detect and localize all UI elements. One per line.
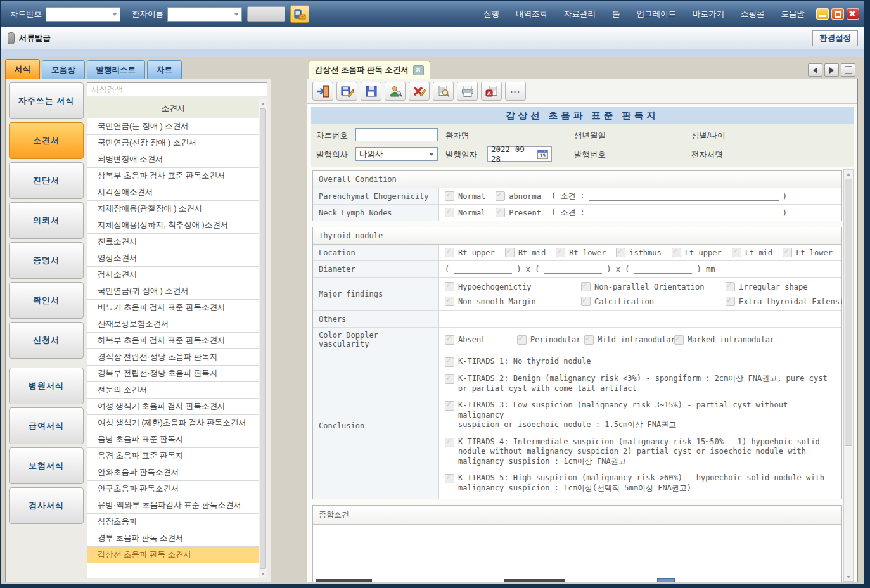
form-list-item[interactable]: 영상소견서 bbox=[87, 250, 259, 267]
category-button-3[interactable]: 의뢰서 bbox=[9, 202, 84, 239]
document-tab[interactable]: 갑상선 초음파 판독 소견서 bbox=[309, 61, 430, 79]
save-note-button[interactable] bbox=[336, 82, 357, 101]
user-search-button[interactable] bbox=[385, 82, 406, 101]
conclusion-option[interactable]: K-TIRADS 1: No thyroid nodule bbox=[445, 357, 836, 367]
tab-scroll-left-button[interactable] bbox=[808, 63, 822, 77]
settings-button[interactable]: 환경설정 bbox=[812, 30, 858, 46]
checkbox-option[interactable]: isthmus bbox=[616, 248, 662, 257]
blank-line[interactable] bbox=[589, 208, 779, 217]
category-button-8[interactable]: 급여서식 bbox=[9, 407, 84, 444]
issue-date-field[interactable]: 2022-09-28 15 bbox=[487, 146, 552, 162]
category-button-6[interactable]: 신청서 bbox=[9, 322, 84, 359]
category-button-9[interactable]: 보험서식 bbox=[9, 447, 84, 484]
tab-scroll-right-button[interactable] bbox=[824, 63, 839, 77]
left-tab-0[interactable]: 서식 bbox=[5, 59, 40, 79]
top-menu-item[interactable]: 내역조회 bbox=[516, 9, 547, 20]
scrollbar-thumb[interactable] bbox=[845, 179, 852, 446]
category-button-10[interactable]: 검사서식 bbox=[9, 487, 84, 524]
form-list-scrollbar[interactable] bbox=[259, 99, 267, 578]
top-menu-item[interactable]: 실행 bbox=[483, 9, 499, 20]
checkbox-option[interactable]: Rt lower bbox=[556, 248, 606, 257]
form-list-item[interactable]: 경부 초음파 판독 소견서 bbox=[87, 530, 259, 547]
scroll-down-icon[interactable] bbox=[844, 573, 853, 581]
form-list-item[interactable]: 지체장애용(관절장애 ) 소견서 bbox=[87, 201, 259, 217]
checkbox-option[interactable]: Present bbox=[496, 208, 541, 217]
print-button[interactable] bbox=[457, 82, 478, 101]
form-list-item[interactable]: 전문의 소견서 bbox=[87, 382, 259, 399]
conclusion-option[interactable]: K-TIRADS 2: Benign (malignancy risk <3%)… bbox=[445, 374, 836, 393]
top-menu-item[interactable]: 도움말 bbox=[781, 9, 805, 20]
form-list-item[interactable]: 시각장애소견서 bbox=[87, 184, 259, 201]
checkbox-option[interactable]: Mild intranodular bbox=[584, 335, 674, 345]
form-list-item[interactable]: 음경 초음파 표준 판독지 bbox=[87, 448, 259, 464]
form-scrollbar[interactable] bbox=[843, 169, 854, 582]
close-icon[interactable] bbox=[847, 8, 859, 20]
chart-no-combobox[interactable] bbox=[46, 7, 120, 22]
more-button[interactable]: ··· bbox=[505, 82, 526, 101]
form-list-item[interactable]: 경직장 전립선·정낭 초음파 판독지 bbox=[87, 349, 259, 366]
conclusion-option[interactable]: K-TIRADS 4: Intermediate suspicion (mali… bbox=[445, 437, 836, 467]
checkbox-option[interactable]: Normal bbox=[445, 191, 485, 201]
checkbox-option[interactable]: Rt upper bbox=[445, 248, 495, 257]
category-button-1[interactable]: 소견서 bbox=[9, 122, 84, 159]
scrollbar-thumb[interactable] bbox=[260, 108, 266, 569]
blank-line[interactable] bbox=[634, 265, 692, 274]
form-list-item[interactable]: 갑상선 초음파 판독 소견서 bbox=[87, 547, 259, 563]
top-menu-item[interactable]: 업그레이드 bbox=[637, 9, 677, 20]
save-button[interactable] bbox=[361, 82, 381, 101]
blank-line[interactable] bbox=[589, 192, 779, 201]
category-button-7[interactable]: 병원서식 bbox=[9, 368, 84, 404]
tab-list-button[interactable] bbox=[841, 63, 855, 77]
checkbox-option[interactable]: Absent bbox=[445, 335, 517, 345]
doctor-select[interactable]: 나의사 bbox=[355, 147, 438, 161]
blank-line[interactable] bbox=[454, 265, 512, 274]
form-search-input[interactable] bbox=[87, 82, 267, 96]
checkbox-option[interactable]: Irregular shape bbox=[726, 282, 842, 291]
scroll-down-icon[interactable] bbox=[259, 570, 267, 578]
checkbox-option[interactable]: Lt mid bbox=[732, 248, 772, 257]
form-list-item[interactable]: 하복부 초음파 검사 표준 판독소견서 bbox=[87, 333, 259, 349]
form-list-item[interactable]: 진료소견서 bbox=[87, 234, 259, 250]
form-list-item[interactable]: 안와초음파 판독소견서 bbox=[87, 464, 259, 481]
checkbox-option[interactable]: abnorma bbox=[496, 191, 541, 201]
form-list-item[interactable]: 뇌병변장애 소견서 bbox=[87, 151, 259, 168]
checkbox-option[interactable]: Lt lower bbox=[783, 248, 833, 257]
category-button-2[interactable]: 진단서 bbox=[9, 162, 84, 199]
form-list-item[interactable]: 지체장애용(상하지, 척추장애 )소견서 bbox=[87, 217, 259, 234]
patient-search-button[interactable] bbox=[247, 6, 285, 22]
form-list-item[interactable]: 심장초음파 bbox=[87, 514, 259, 530]
minimize-icon[interactable] bbox=[816, 8, 829, 20]
left-tab-1[interactable]: 모음장 bbox=[42, 60, 85, 79]
checkbox-option[interactable]: Non-parallel Orientation bbox=[581, 282, 726, 291]
checkbox-option[interactable]: Calcification bbox=[581, 297, 726, 306]
conclusion-option[interactable]: K-TIRADS 3: Low suspicion (malignancy ri… bbox=[445, 400, 836, 430]
category-button-0[interactable]: 자주쓰는 서식 bbox=[9, 82, 84, 119]
left-tab-3[interactable]: 차트 bbox=[147, 60, 182, 79]
sms-send-button[interactable] bbox=[290, 5, 309, 23]
conclusion-option[interactable]: K-TIRADS 5: High suspicion (malignancy r… bbox=[445, 473, 836, 493]
form-list-item[interactable]: 경복부 전립선·정낭 초음파 판독지 bbox=[87, 366, 259, 382]
form-list-item[interactable]: 국민연금(귀 장애 ) 소견서 bbox=[87, 283, 259, 300]
top-menu-item[interactable]: 쇼핑몰 bbox=[741, 9, 765, 20]
top-menu-item[interactable]: 바로가기 bbox=[693, 9, 724, 20]
chart-no-input[interactable] bbox=[355, 128, 438, 141]
checkbox-option[interactable]: Lt upper bbox=[672, 248, 722, 257]
checkbox-option[interactable]: Normal bbox=[445, 208, 485, 217]
top-menu-item[interactable]: 툴 bbox=[612, 9, 620, 20]
checkbox-option[interactable]: Rt mid bbox=[505, 248, 546, 257]
preview-button[interactable] bbox=[433, 82, 454, 101]
tab-close-icon[interactable] bbox=[413, 65, 424, 75]
category-button-5[interactable]: 확인서 bbox=[9, 282, 84, 319]
left-tab-2[interactable]: 발행리스트 bbox=[87, 60, 146, 79]
summary-textarea[interactable] bbox=[313, 525, 841, 582]
form-list-item[interactable]: 국민연금(눈 장애 ) 소견서 bbox=[87, 118, 259, 135]
checkbox-option[interactable]: Hypoechogenictiy bbox=[445, 282, 581, 291]
top-menu-item[interactable]: 자료관리 bbox=[564, 9, 596, 20]
patient-name-combobox[interactable] bbox=[167, 7, 242, 22]
form-list-item[interactable]: 산재보상보험소견서 bbox=[87, 316, 259, 333]
checkbox-option[interactable]: Perinodular bbox=[517, 335, 584, 345]
restore-icon[interactable] bbox=[831, 8, 844, 20]
form-list-item[interactable]: 여성 생식기 (제한)초음파 검사 판독소견서 bbox=[87, 415, 259, 431]
checkbox-option[interactable]: Non-smooth Margin bbox=[445, 297, 581, 306]
blank-line[interactable] bbox=[544, 265, 602, 274]
